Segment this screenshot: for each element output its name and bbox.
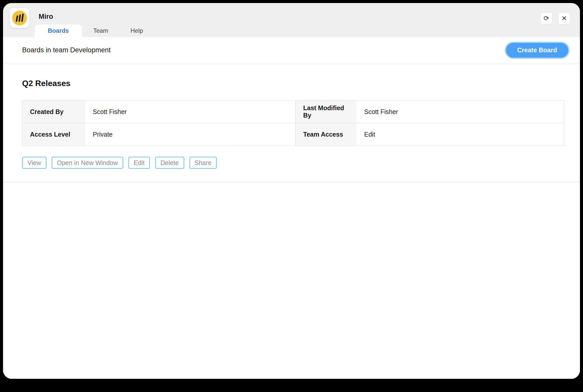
detail-value-last-modified-by: Scott Fisher <box>357 101 564 123</box>
app-title: Miro <box>39 13 53 21</box>
open-in-new-window-button[interactable]: Open in New Window <box>52 157 123 169</box>
section-divider <box>3 182 580 182</box>
detail-label-team-access: Team Access <box>295 123 357 146</box>
content-area: Boards in team Development Create Board … <box>3 37 580 379</box>
board-title: Q2 Releases <box>22 79 564 88</box>
board-actions: View Open in New Window Edit Delete Shar… <box>22 157 564 169</box>
tab-bar: Boards Team Help <box>35 24 154 37</box>
create-board-button[interactable]: Create Board <box>506 43 568 58</box>
titlebar: Miro Boards Team Help ⟳ ✕ <box>3 3 580 37</box>
board-section: Q2 Releases Created By Scott Fisher Last… <box>3 63 580 169</box>
detail-label-last-modified-by: Last Modified By <box>295 101 357 123</box>
close-icon[interactable]: ✕ <box>558 12 570 24</box>
board-details-table: Created By Scott Fisher Last Modified By… <box>22 100 564 146</box>
app-window: Miro Boards Team Help ⟳ ✕ Boards in team… <box>3 3 580 379</box>
tab-team[interactable]: Team <box>82 24 119 37</box>
miro-m-icon <box>12 11 27 25</box>
edit-button[interactable]: Edit <box>128 157 150 169</box>
share-button[interactable]: Share <box>189 157 217 169</box>
tab-boards[interactable]: Boards <box>35 24 82 37</box>
detail-value-access-level: Private <box>85 123 295 146</box>
view-button[interactable]: View <box>22 157 47 169</box>
boards-toolbar: Boards in team Development Create Board <box>3 37 580 63</box>
tab-help[interactable]: Help <box>119 24 154 37</box>
detail-value-created-by: Scott Fisher <box>85 101 295 123</box>
detail-value-team-access: Edit <box>357 123 564 146</box>
detail-label-created-by: Created By <box>22 101 85 123</box>
detail-label-access-level: Access Level <box>22 123 85 146</box>
titlebar-buttons: ⟳ ✕ <box>540 12 570 24</box>
miro-logo <box>10 8 29 28</box>
refresh-icon[interactable]: ⟳ <box>540 12 553 24</box>
miro-logo-circle <box>12 11 27 25</box>
boards-heading: Boards in team Development <box>22 46 111 54</box>
delete-button[interactable]: Delete <box>155 157 184 169</box>
